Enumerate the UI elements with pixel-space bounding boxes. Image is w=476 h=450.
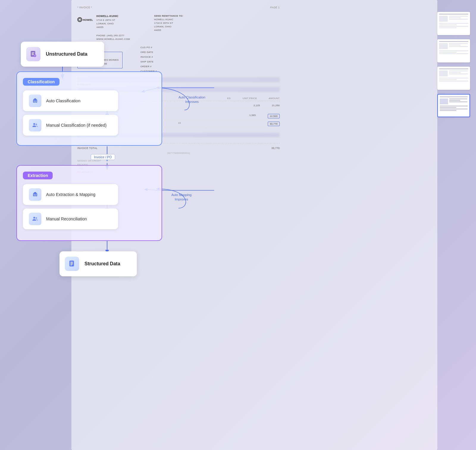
svg-point-17: [34, 101, 35, 102]
company-website: WWW.HOWELL-KUHIC.COM: [96, 37, 183, 41]
remit-addr3: 44055: [154, 29, 183, 32]
thumb-line: [439, 24, 457, 25]
database-icon: [68, 260, 76, 268]
people-icon-1: [32, 122, 39, 129]
col-amount: AMOUNT: [269, 97, 280, 100]
cus-po-field: CUS PO #: [140, 45, 157, 50]
robot-icon-2: [32, 191, 39, 198]
svg-point-31: [33, 217, 35, 219]
thumb-line: [449, 72, 460, 73]
remit-name: HOWELL-KUHIC: [154, 18, 183, 21]
thumb-line: [449, 17, 460, 18]
extraction-label: Extraction: [23, 172, 53, 179]
svg-rect-33: [69, 261, 74, 266]
svg-rect-12: [32, 54, 34, 55]
thumbnail-4-active[interactable]: [437, 94, 470, 117]
svg-point-32: [36, 217, 37, 219]
manual-classification-node[interactable]: Manual Classification (if needed): [23, 115, 118, 136]
thumb-line: [449, 100, 460, 101]
svg-rect-19: [35, 102, 36, 102]
svg-rect-28: [35, 196, 36, 196]
thumb-line: [449, 46, 468, 47]
people-icon-2: [32, 215, 39, 222]
svg-rect-37: [71, 265, 72, 265]
thumb-line: [449, 19, 468, 20]
svg-point-0: [78, 18, 82, 22]
auto-extraction-icon: [29, 188, 41, 201]
svg-point-27: [36, 195, 37, 195]
robot-icon-1: [32, 97, 39, 104]
svg-rect-16: [34, 98, 36, 100]
unstructured-data-node[interactable]: ? Unstructured Data: [21, 42, 104, 67]
classification-section: Classification Auto Classification: [16, 71, 162, 146]
svg-rect-35: [71, 263, 73, 264]
thumb-line: [439, 81, 468, 81]
manual-reconciliation-node[interactable]: Manual Reconciliation: [23, 208, 118, 229]
total-label: INVOICE TOTAL: [77, 147, 98, 150]
thumbnail-3[interactable]: [437, 67, 470, 90]
row2-col2-highlighted: 12,520: [268, 114, 280, 118]
thumb-line: [439, 41, 468, 42]
thumb-line: [439, 50, 468, 51]
thumbnail-1[interactable]: [437, 12, 470, 35]
thumb-line: [449, 70, 468, 71]
classification-label: Classification: [23, 78, 60, 86]
thumb-line: [449, 16, 468, 17]
auto-extraction-node[interactable]: Auto Extraction & Mapping: [23, 184, 118, 205]
note-line-2: NEEDED OR CREDIT: [77, 159, 280, 163]
invoice-title: * INVOICE *: [77, 6, 92, 9]
svg-rect-36: [71, 264, 73, 264]
remit-addr2: LORAIN, OHIO: [154, 25, 183, 29]
row2-col1: 1,565: [249, 114, 256, 118]
thumbnail-2[interactable]: [437, 39, 470, 62]
subtotal-val2-highlighted: 33,770: [268, 122, 280, 126]
svg-point-26: [34, 195, 35, 195]
thumb-line: [449, 98, 467, 99]
auto-classification-icon: [29, 95, 41, 107]
sidebar-thumbnails: [437, 12, 470, 117]
auto-extraction-text: Auto Extraction & Mapping: [46, 192, 95, 197]
company-addr2: LORAIN, OHIO: [96, 22, 118, 26]
thumb-line: [439, 52, 457, 53]
svg-point-1: [79, 18, 81, 21]
invoice-num-field: INVOICE #: [140, 55, 157, 59]
structured-data-label: Structured Data: [84, 261, 120, 266]
thumb-line: [440, 106, 468, 106]
thumb-line: [440, 109, 468, 109]
invoice-page: PAGE 1: [270, 6, 280, 9]
row1-col1: 2,125: [253, 104, 260, 107]
auto-classification-node[interactable]: Auto Classification: [23, 90, 118, 111]
thumb-line: [439, 14, 468, 15]
thumb-line: [439, 23, 468, 24]
svg-rect-10: [32, 53, 35, 53]
invoice-fields: CUS PO # ORD DATE INVOICE # SHIP DATE OR…: [140, 45, 157, 74]
svg-rect-34: [71, 262, 73, 263]
thumb-line: [439, 27, 457, 28]
manual-reconciliation-icon: [29, 213, 41, 225]
manual-reconciliation-text: Manual Reconciliation: [46, 217, 87, 221]
company-name-left: HOWELL-KUHIC: [96, 14, 118, 18]
thumb-line: [439, 68, 468, 69]
company-phone: PHONE: (440) 240-2277: [96, 34, 183, 37]
thumb-line: [449, 73, 468, 74]
svg-point-22: [33, 123, 35, 125]
structured-data-node[interactable]: Structured Data: [60, 251, 137, 276]
extraction-section: Extraction Auto Extraction & Mapping: [16, 165, 162, 241]
unstructured-icon-box: ?: [26, 47, 40, 61]
thumb-line: [449, 45, 460, 46]
subtotal-val1: 18: [178, 122, 181, 126]
thumb-line: [449, 101, 467, 102]
ship-date-field: SHIP DATE: [140, 59, 157, 64]
company-logo: HOWELL-KUHIC: [77, 14, 93, 25]
row1-col2: 21,250: [272, 104, 280, 107]
manual-classification-icon: [29, 119, 41, 131]
thumb-line: [440, 107, 456, 108]
svg-point-18: [36, 101, 37, 102]
svg-text:?: ?: [34, 55, 35, 57]
structured-icon-box: [65, 257, 79, 271]
thumb-line: [440, 110, 456, 111]
thumb-line: [439, 78, 468, 79]
svg-point-23: [36, 124, 37, 125]
remit-addr1: 1716 E 28TH ST: [154, 21, 183, 25]
company-addr1: 1716 E 28TH ST: [96, 18, 118, 22]
